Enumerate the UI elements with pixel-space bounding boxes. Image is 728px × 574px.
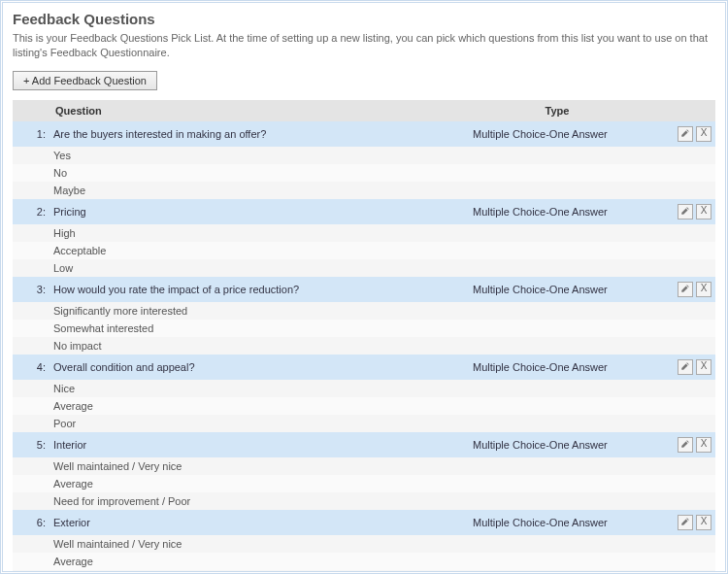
answer-row: Acceptable (13, 242, 715, 259)
questions-table: Question Type 1:Are the buyers intereste… (13, 100, 715, 574)
answer-text: Average (50, 397, 469, 415)
question-number: 6: (13, 510, 50, 535)
question-row: 6:ExteriorMultiple Choice-One AnswerX (13, 510, 715, 535)
answer-text: Poor (50, 415, 469, 432)
answer-text: Average (50, 475, 469, 492)
answer-text: Yes (50, 147, 469, 164)
question-type: Multiple Choice-One Answer (469, 277, 645, 302)
delete-icon[interactable]: X (696, 515, 711, 530)
answer-row: Average (13, 475, 715, 492)
answer-row: Nice (13, 380, 715, 397)
question-type: Multiple Choice-One Answer (469, 199, 645, 224)
edit-icon[interactable] (678, 204, 693, 219)
edit-icon[interactable] (678, 126, 693, 142)
delete-icon[interactable]: X (696, 282, 711, 297)
answer-text: High (50, 224, 469, 242)
question-type: Multiple Choice-One Answer (469, 432, 645, 457)
answer-row: Poor (13, 415, 715, 432)
answer-row: High (13, 224, 715, 242)
add-feedback-question-button[interactable]: + Add Feedback Question (13, 71, 157, 90)
edit-icon[interactable] (678, 437, 693, 453)
table-header-row: Question Type (13, 100, 715, 121)
answer-text: Significantly more interested (50, 302, 469, 320)
answer-text: Well maintained / Very nice (50, 535, 469, 553)
question-text: Interior (50, 432, 469, 457)
question-number: 2: (13, 199, 50, 224)
question-text: How would you rate the impact of a price… (50, 277, 469, 302)
answer-row: No (13, 164, 715, 182)
question-number: 3: (13, 277, 50, 302)
question-row: 2:PricingMultiple Choice-One AnswerX (13, 199, 715, 224)
answer-text: Well maintained / Very nice (50, 457, 469, 475)
answer-text: Need for improvement / Poor (50, 492, 469, 510)
header-type: Type (469, 100, 645, 121)
question-number: 5: (13, 432, 50, 457)
answer-text: Maybe (50, 182, 469, 199)
question-type: Multiple Choice-One Answer (469, 121, 645, 147)
question-number: 4: (13, 355, 50, 380)
answer-text: Low (50, 259, 469, 277)
answer-row: Significantly more interested (13, 302, 715, 320)
page-title: Feedback Questions (13, 11, 715, 27)
answer-text: Need for improvement / Poor (50, 570, 469, 574)
question-row: 1:Are the buyers interested in making an… (13, 121, 715, 147)
delete-icon[interactable]: X (696, 204, 711, 219)
answer-text: Somewhat interested (50, 320, 469, 337)
question-text: Exterior (50, 510, 469, 535)
question-number: 1: (13, 121, 50, 147)
page-intro: This is your Feedback Questions Pick Lis… (13, 31, 715, 61)
answer-row: Need for improvement / Poor (13, 570, 715, 574)
answer-row: Somewhat interested (13, 320, 715, 337)
answer-row: Well maintained / Very nice (13, 535, 715, 553)
header-question: Question (50, 100, 469, 121)
answer-row: Low (13, 259, 715, 277)
edit-icon[interactable] (678, 282, 693, 297)
answer-text: No (50, 164, 469, 182)
question-type: Multiple Choice-One Answer (469, 510, 645, 535)
answer-text: Acceptable (50, 242, 469, 259)
question-text: Pricing (50, 199, 469, 224)
delete-icon[interactable]: X (696, 126, 711, 142)
edit-icon[interactable] (678, 359, 693, 375)
answer-row: Average (13, 397, 715, 415)
question-row: 3:How would you rate the impact of a pri… (13, 277, 715, 302)
delete-icon[interactable]: X (696, 359, 711, 375)
answer-row: Average (13, 553, 715, 570)
answer-row: Maybe (13, 182, 715, 199)
answer-text: Average (50, 553, 469, 570)
question-text: Overall condition and appeal? (50, 355, 469, 380)
question-row: 4:Overall condition and appeal?Multiple … (13, 355, 715, 380)
question-text: Are the buyers interested in making an o… (50, 121, 469, 147)
answer-row: Need for improvement / Poor (13, 492, 715, 510)
answer-row: No impact (13, 337, 715, 355)
answer-text: No impact (50, 337, 469, 355)
answer-text: Nice (50, 380, 469, 397)
question-row: 5:InteriorMultiple Choice-One AnswerX (13, 432, 715, 457)
delete-icon[interactable]: X (696, 437, 711, 453)
edit-icon[interactable] (678, 515, 693, 530)
question-type: Multiple Choice-One Answer (469, 355, 645, 380)
answer-row: Well maintained / Very nice (13, 457, 715, 475)
answer-row: Yes (13, 147, 715, 164)
